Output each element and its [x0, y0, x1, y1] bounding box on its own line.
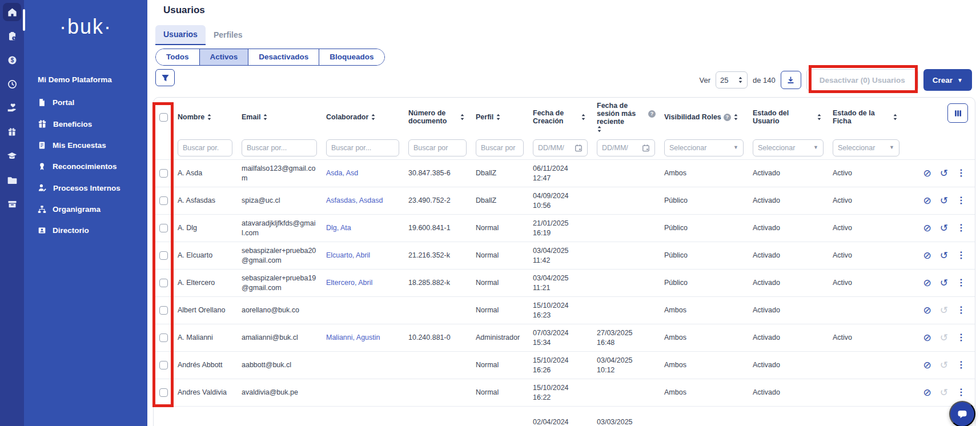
status-filter-desactivados[interactable]: Desactivados: [248, 49, 319, 65]
sort-icon[interactable]: [893, 114, 898, 120]
time-value: 11:42: [533, 256, 588, 265]
row-checkbox[interactable]: [159, 224, 168, 232]
block-user-icon[interactable]: ⊘: [923, 306, 931, 315]
kebab-menu-icon[interactable]: ⋮: [957, 167, 966, 179]
cell-colaborador[interactable]: Dlg, Ata: [322, 223, 404, 232]
reset-password-icon[interactable]: ↺: [940, 223, 948, 233]
kebab-menu-icon[interactable]: ⋮: [957, 277, 966, 289]
row-checkbox[interactable]: [159, 279, 168, 287]
sidebar-item-procesos-internos[interactable]: Procesos Internos: [24, 177, 147, 199]
search-input-nombre[interactable]: [178, 139, 232, 156]
kebab-menu-icon[interactable]: ⋮: [957, 250, 966, 262]
row-checkbox[interactable]: [159, 251, 168, 260]
sidebar-item-mis-encuestas[interactable]: Mis Encuestas: [24, 135, 147, 156]
cell-visibilidad: Público: [660, 278, 748, 287]
status-filter-todos[interactable]: Todos: [156, 49, 200, 65]
sort-icon[interactable]: [207, 114, 212, 120]
sort-icon[interactable]: [817, 114, 822, 120]
rail-item-money[interactable]: $: [0, 48, 24, 72]
rail-item-clipboard-clock[interactable]: [0, 24, 24, 48]
filter-button[interactable]: [155, 69, 175, 86]
search-input-email[interactable]: [242, 139, 317, 156]
block-user-icon[interactable]: ⊘: [923, 388, 931, 397]
block-user-icon[interactable]: ⊘: [923, 196, 931, 206]
reset-password-icon[interactable]: ↺: [940, 196, 948, 206]
row-actions: ⊘↺⋮: [904, 332, 975, 344]
sidebar-item-beneficios[interactable]: Beneficios: [24, 113, 147, 135]
tab-perfiles[interactable]: Perfiles: [206, 25, 251, 45]
rail-item-archive[interactable]: [0, 192, 24, 216]
sort-icon[interactable]: [733, 114, 738, 120]
date-input-fecha-de-creacion[interactable]: DD/MM/: [533, 139, 588, 156]
block-user-icon[interactable]: ⊘: [923, 168, 931, 178]
status-filter-activos[interactable]: Activos: [200, 49, 249, 65]
medal-icon: [38, 162, 46, 171]
create-button[interactable]: Crear ▼: [923, 69, 972, 91]
sort-icon[interactable]: [496, 114, 501, 120]
rail-item-graduation[interactable]: [0, 144, 24, 168]
row-checkbox[interactable]: [159, 169, 168, 178]
rail-item-gift[interactable]: [0, 120, 24, 144]
cell-colaborador[interactable]: Malianni, Agustin: [322, 333, 404, 342]
kebab-menu-icon[interactable]: ⋮: [957, 332, 966, 344]
cell-email: sebaspizaler+prueba19@gmail.com: [237, 274, 322, 292]
table-row: A. Malianniamalianni@buk.clMalianni, Agu…: [154, 324, 975, 351]
cell-fecha-creacion: 15/10/202416:23: [528, 301, 592, 320]
cell-colaborador[interactable]: Elcuarto, Abril: [322, 251, 404, 260]
search-input-colaborador[interactable]: [326, 139, 399, 156]
block-user-icon[interactable]: ⊘: [923, 333, 931, 343]
reset-password-icon[interactable]: ↺: [940, 168, 948, 178]
kebab-menu-icon[interactable]: ⋮: [957, 387, 966, 399]
reset-password-icon[interactable]: ↺: [940, 251, 948, 260]
reset-password-icon[interactable]: ↺: [940, 278, 948, 288]
select-estado-del-usuario[interactable]: Seleccionar▼: [753, 139, 824, 156]
cell-estado-usuario: Activado: [748, 306, 828, 315]
deactivate-users-button[interactable]: Desactivar (0) Usuarios: [806, 69, 918, 91]
sort-icon[interactable]: [581, 114, 586, 120]
sidebar-item-organigrama[interactable]: Organigrama: [24, 199, 147, 220]
row-checkbox[interactable]: [159, 388, 168, 397]
download-button[interactable]: [781, 71, 801, 89]
chat-widget-button[interactable]: [949, 401, 975, 426]
filter-cell-estado-de-la-ficha: Seleccionar▼: [828, 139, 904, 156]
column-header-label: Nombre: [178, 113, 204, 121]
cell-colaborador[interactable]: Eltercero, Abril: [322, 278, 404, 287]
cell-colaborador[interactable]: Asda, Asd: [322, 168, 404, 178]
row-checkbox[interactable]: [159, 306, 168, 315]
rail-item-hand-heart[interactable]: [0, 96, 24, 120]
date-value: 03/03/2025: [597, 417, 655, 426]
select-visibilidad-roles[interactable]: Seleccionar▼: [664, 139, 744, 156]
rail-item-clock[interactable]: [0, 72, 24, 96]
sort-icon[interactable]: [460, 114, 465, 120]
date-input-fecha-de-sesion-mas-reciente[interactable]: DD/MM/: [597, 139, 655, 156]
sidebar-item-directorio[interactable]: Directorio: [24, 220, 147, 241]
block-user-icon[interactable]: ⊘: [923, 251, 931, 260]
block-user-icon[interactable]: ⊘: [923, 223, 931, 233]
block-user-icon[interactable]: ⊘: [923, 278, 931, 288]
sort-icon[interactable]: [371, 114, 376, 120]
row-checkbox[interactable]: [159, 196, 168, 205]
page-size-select[interactable]: 25: [716, 71, 748, 89]
kebab-menu-icon[interactable]: ⋮: [957, 359, 966, 371]
cell-estado-usuario: Activado: [748, 223, 828, 232]
sidebar-item-portal[interactable]: Portal: [24, 92, 147, 113]
sort-icon[interactable]: [263, 114, 268, 120]
status-filter-bloqueados[interactable]: Bloqueados: [319, 49, 384, 65]
row-checkbox[interactable]: [159, 333, 168, 342]
sidebar-item-reconocimientos[interactable]: Reconocimientos: [24, 156, 147, 177]
kebab-menu-icon[interactable]: ⋮: [957, 304, 966, 316]
rail-item-folder[interactable]: [0, 168, 24, 192]
kebab-menu-icon[interactable]: ⋮: [957, 222, 966, 234]
cell-colaborador[interactable]: Asfasdas, Asdasd: [322, 196, 404, 205]
search-input-perfil[interactable]: [476, 139, 524, 156]
block-user-icon[interactable]: ⊘: [923, 360, 931, 370]
tab-usuarios[interactable]: Usuarios: [155, 25, 206, 45]
rail-item-home[interactable]: [0, 0, 24, 24]
select-estado-de-la-ficha[interactable]: Seleccionar▼: [833, 139, 899, 156]
column-settings-button[interactable]: [947, 103, 968, 123]
kebab-menu-icon[interactable]: ⋮: [957, 195, 966, 207]
row-checkbox[interactable]: [159, 361, 168, 369]
search-input-numero-de-documento[interactable]: [408, 139, 467, 156]
sort-icon[interactable]: [597, 126, 602, 132]
select-all-checkbox[interactable]: [159, 113, 168, 122]
